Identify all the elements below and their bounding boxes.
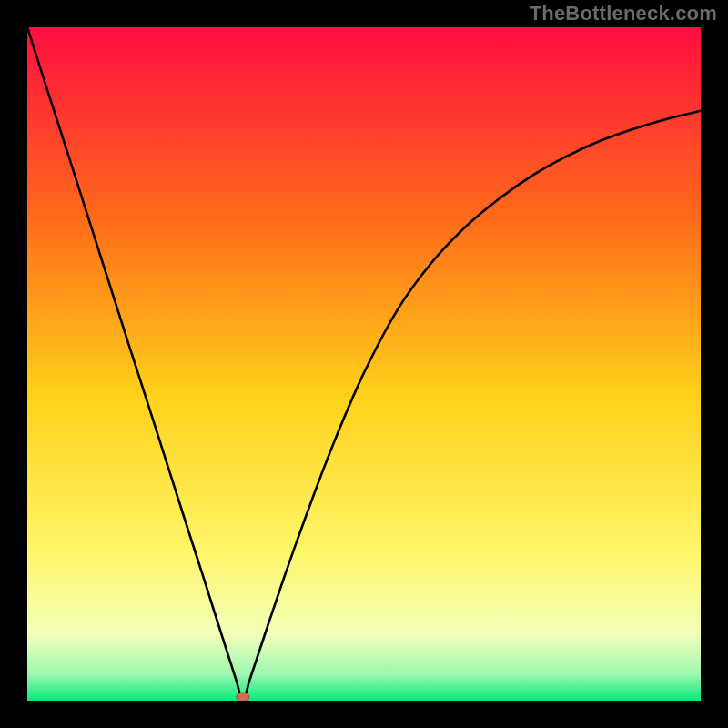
watermark-text: TheBottleneck.com [530, 2, 717, 25]
background-gradient [27, 27, 701, 701]
plot-area [27, 27, 701, 701]
chart-svg [27, 27, 701, 701]
chart-frame: TheBottleneck.com [0, 0, 728, 728]
minimum-marker [237, 693, 249, 701]
